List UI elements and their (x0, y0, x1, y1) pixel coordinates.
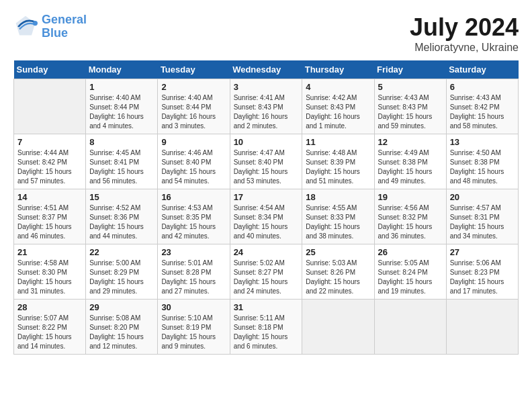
day-info: Sunrise: 4:46 AMSunset: 8:40 PMDaylight:… (161, 148, 226, 186)
logo-text: General Blue (42, 13, 87, 40)
day-info: Sunrise: 4:51 AMSunset: 8:37 PMDaylight:… (17, 203, 82, 241)
calendar-cell: 14Sunrise: 4:51 AMSunset: 8:37 PMDayligh… (14, 189, 86, 244)
day-info: Sunrise: 4:47 AMSunset: 8:40 PMDaylight:… (234, 148, 299, 186)
day-number: 27 (450, 247, 515, 257)
column-header-wednesday: Wednesday (230, 60, 302, 79)
day-info: Sunrise: 5:00 AMSunset: 8:29 PMDaylight:… (89, 259, 154, 296)
calendar-cell: 15Sunrise: 4:52 AMSunset: 8:36 PMDayligh… (86, 189, 158, 244)
logo: General Blue (13, 13, 87, 40)
calendar-week-4: 21Sunrise: 4:58 AMSunset: 8:30 PMDayligh… (14, 244, 519, 300)
day-info: Sunrise: 5:02 AMSunset: 8:27 PMDaylight:… (234, 259, 299, 296)
calendar-cell: 8Sunrise: 4:45 AMSunset: 8:41 PMDaylight… (86, 134, 158, 189)
calendar-cell: 10Sunrise: 4:47 AMSunset: 8:40 PMDayligh… (230, 134, 302, 189)
day-info: Sunrise: 4:48 AMSunset: 8:39 PMDaylight:… (306, 148, 370, 186)
day-info: Sunrise: 4:52 AMSunset: 8:36 PMDaylight:… (89, 203, 154, 241)
day-number: 19 (378, 192, 443, 202)
day-info: Sunrise: 4:58 AMSunset: 8:30 PMDaylight:… (17, 259, 82, 296)
calendar-cell (446, 300, 518, 355)
logo-icon (13, 15, 38, 39)
day-number: 7 (17, 137, 82, 147)
calendar-cell: 21Sunrise: 4:58 AMSunset: 8:30 PMDayligh… (14, 244, 86, 300)
day-number: 30 (161, 302, 226, 312)
day-number: 8 (89, 137, 154, 147)
calendar-week-3: 14Sunrise: 4:51 AMSunset: 8:37 PMDayligh… (14, 189, 519, 244)
column-headers: SundayMondayTuesdayWednesdayThursdayFrid… (14, 60, 519, 79)
day-number: 10 (234, 137, 299, 147)
column-header-monday: Monday (86, 60, 158, 79)
calendar-cell (14, 79, 86, 134)
day-info: Sunrise: 5:07 AMSunset: 8:22 PMDaylight:… (17, 314, 82, 351)
day-number: 17 (234, 192, 299, 202)
day-number: 14 (17, 192, 82, 202)
calendar-cell: 26Sunrise: 5:05 AMSunset: 8:24 PMDayligh… (374, 244, 446, 300)
calendar-cell: 13Sunrise: 4:50 AMSunset: 8:38 PMDayligh… (446, 134, 518, 189)
calendar-cell: 20Sunrise: 4:57 AMSunset: 8:31 PMDayligh… (446, 189, 518, 244)
day-info: Sunrise: 5:01 AMSunset: 8:28 PMDaylight:… (161, 259, 226, 296)
day-number: 24 (234, 247, 299, 257)
day-info: Sunrise: 4:55 AMSunset: 8:33 PMDaylight:… (306, 203, 370, 241)
calendar-cell: 17Sunrise: 4:54 AMSunset: 8:34 PMDayligh… (230, 189, 302, 244)
day-info: Sunrise: 4:41 AMSunset: 8:43 PMDaylight:… (234, 93, 299, 131)
day-number: 26 (378, 247, 443, 257)
title-block: July 2024 Melioratyvne, Ukraine (410, 13, 519, 54)
day-info: Sunrise: 5:11 AMSunset: 8:18 PMDaylight:… (234, 314, 299, 351)
day-info: Sunrise: 4:45 AMSunset: 8:41 PMDaylight:… (89, 148, 154, 186)
day-info: Sunrise: 5:06 AMSunset: 8:23 PMDaylight:… (450, 259, 515, 296)
calendar-cell: 11Sunrise: 4:48 AMSunset: 8:39 PMDayligh… (302, 134, 374, 189)
day-info: Sunrise: 4:50 AMSunset: 8:38 PMDaylight:… (450, 148, 515, 186)
calendar-cell: 3Sunrise: 4:41 AMSunset: 8:43 PMDaylight… (230, 79, 302, 134)
page-header: General Blue July 2024 Melioratyvne, Ukr… (13, 13, 519, 54)
column-header-friday: Friday (374, 60, 446, 79)
calendar-cell: 1Sunrise: 4:40 AMSunset: 8:44 PMDaylight… (86, 79, 158, 134)
day-info: Sunrise: 4:44 AMSunset: 8:42 PMDaylight:… (17, 148, 82, 186)
calendar-cell (374, 300, 446, 355)
day-number: 6 (450, 82, 515, 92)
day-info: Sunrise: 4:40 AMSunset: 8:44 PMDaylight:… (89, 93, 154, 131)
day-info: Sunrise: 5:03 AMSunset: 8:26 PMDaylight:… (306, 259, 370, 296)
day-number: 12 (378, 137, 443, 147)
day-number: 31 (234, 302, 299, 312)
calendar-table: SundayMondayTuesdayWednesdayThursdayFrid… (13, 60, 519, 355)
calendar-cell: 27Sunrise: 5:06 AMSunset: 8:23 PMDayligh… (446, 244, 518, 300)
svg-point-1 (33, 21, 38, 26)
day-number: 20 (450, 192, 515, 202)
column-header-thursday: Thursday (302, 60, 374, 79)
day-info: Sunrise: 4:40 AMSunset: 8:44 PMDaylight:… (161, 93, 226, 131)
calendar-cell: 24Sunrise: 5:02 AMSunset: 8:27 PMDayligh… (230, 244, 302, 300)
calendar-cell: 6Sunrise: 4:43 AMSunset: 8:42 PMDaylight… (446, 79, 518, 134)
calendar-cell: 2Sunrise: 4:40 AMSunset: 8:44 PMDaylight… (158, 79, 230, 134)
calendar-cell: 22Sunrise: 5:00 AMSunset: 8:29 PMDayligh… (86, 244, 158, 300)
calendar-cell: 30Sunrise: 5:10 AMSunset: 8:19 PMDayligh… (158, 300, 230, 355)
day-info: Sunrise: 5:08 AMSunset: 8:20 PMDaylight:… (89, 314, 154, 351)
day-number: 18 (306, 192, 370, 202)
calendar-cell: 16Sunrise: 4:53 AMSunset: 8:35 PMDayligh… (158, 189, 230, 244)
column-header-tuesday: Tuesday (158, 60, 230, 79)
calendar-cell (302, 300, 374, 355)
calendar-cell: 19Sunrise: 4:56 AMSunset: 8:32 PMDayligh… (374, 189, 446, 244)
day-info: Sunrise: 4:42 AMSunset: 8:43 PMDaylight:… (306, 93, 370, 131)
day-number: 11 (306, 137, 370, 147)
column-header-saturday: Saturday (446, 60, 518, 79)
day-number: 5 (378, 82, 443, 92)
calendar-week-1: 1Sunrise: 4:40 AMSunset: 8:44 PMDaylight… (14, 79, 519, 134)
day-number: 13 (450, 137, 515, 147)
day-number: 28 (17, 302, 82, 312)
day-info: Sunrise: 4:56 AMSunset: 8:32 PMDaylight:… (378, 203, 443, 241)
calendar-cell: 25Sunrise: 5:03 AMSunset: 8:26 PMDayligh… (302, 244, 374, 300)
calendar-subtitle: Melioratyvne, Ukraine (410, 42, 519, 54)
day-info: Sunrise: 5:10 AMSunset: 8:19 PMDaylight:… (161, 314, 226, 351)
day-number: 25 (306, 247, 370, 257)
calendar-cell: 18Sunrise: 4:55 AMSunset: 8:33 PMDayligh… (302, 189, 374, 244)
day-number: 4 (306, 82, 370, 92)
calendar-week-2: 7Sunrise: 4:44 AMSunset: 8:42 PMDaylight… (14, 134, 519, 189)
day-info: Sunrise: 4:53 AMSunset: 8:35 PMDaylight:… (161, 203, 226, 241)
calendar-week-5: 28Sunrise: 5:07 AMSunset: 8:22 PMDayligh… (14, 300, 519, 355)
day-info: Sunrise: 4:54 AMSunset: 8:34 PMDaylight:… (234, 203, 299, 241)
calendar-cell: 28Sunrise: 5:07 AMSunset: 8:22 PMDayligh… (14, 300, 86, 355)
day-info: Sunrise: 4:57 AMSunset: 8:31 PMDaylight:… (450, 203, 515, 241)
calendar-cell: 9Sunrise: 4:46 AMSunset: 8:40 PMDaylight… (158, 134, 230, 189)
calendar-cell: 5Sunrise: 4:43 AMSunset: 8:43 PMDaylight… (374, 79, 446, 134)
day-number: 9 (161, 137, 226, 147)
calendar-cell: 12Sunrise: 4:49 AMSunset: 8:38 PMDayligh… (374, 134, 446, 189)
day-info: Sunrise: 4:49 AMSunset: 8:38 PMDaylight:… (378, 148, 443, 186)
